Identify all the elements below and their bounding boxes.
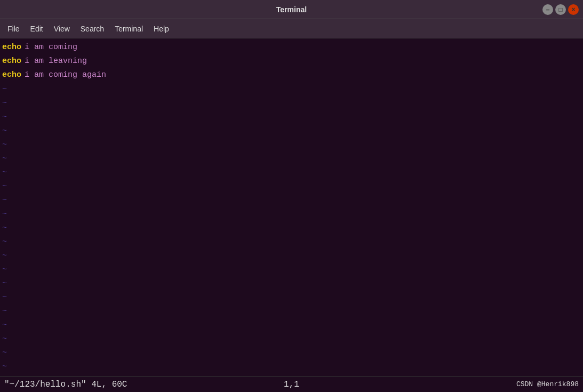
- maximize-button[interactable]: □: [555, 4, 566, 15]
- minimize-button[interactable]: –: [542, 4, 553, 15]
- tilde-18: ~: [0, 332, 583, 346]
- tilde-20: ~: [0, 359, 583, 373]
- menu-search[interactable]: Search: [75, 22, 109, 35]
- tilde-17: ~: [0, 318, 583, 332]
- tilde-14: ~: [0, 276, 583, 290]
- menu-help[interactable]: Help: [148, 22, 174, 35]
- keyword-echo-1: echo: [2, 41, 21, 54]
- close-button[interactable]: ×: [568, 4, 579, 15]
- tilde-15: ~: [0, 290, 583, 304]
- menu-bar: File Edit View Search Terminal Help: [0, 19, 583, 38]
- tilde-16: ~: [0, 304, 583, 318]
- line-text-1: i am coming: [25, 41, 77, 54]
- menu-terminal[interactable]: Terminal: [109, 22, 148, 35]
- tilde-6: ~: [0, 165, 583, 179]
- window-controls: – □ ×: [542, 4, 579, 15]
- status-cursor-position: 1,1: [284, 380, 299, 389]
- tilde-12: ~: [0, 249, 583, 262]
- tilde-3: ~: [0, 124, 583, 138]
- status-watermark: CSDN @Henrik898: [516, 380, 579, 388]
- tilde-5: ~: [0, 151, 583, 165]
- editor-line-2: echo i am leavning: [0, 54, 583, 68]
- title-bar: Terminal – □ ×: [0, 0, 583, 19]
- tilde-9: ~: [0, 207, 583, 221]
- menu-edit[interactable]: Edit: [25, 22, 49, 35]
- editor-line-3: echo i am coming again: [0, 68, 583, 82]
- keyword-echo-2: echo: [2, 54, 21, 68]
- tilde-19: ~: [0, 346, 583, 359]
- editor-line-1: echo i am coming: [0, 41, 583, 54]
- menu-file[interactable]: File: [2, 22, 25, 35]
- tilde-10: ~: [0, 221, 583, 235]
- tilde-13: ~: [0, 262, 583, 276]
- tilde-2: ~: [0, 110, 583, 124]
- line-text-3: i am coming again: [25, 68, 106, 82]
- status-file-info: "~/123/hello.sh" 4L, 60C: [4, 380, 516, 389]
- tilde-7: ~: [0, 179, 583, 193]
- menu-view[interactable]: View: [49, 22, 75, 35]
- line-text-2: i am leavning: [25, 54, 87, 68]
- terminal-window: Terminal – □ × File Edit View Search Ter…: [0, 0, 583, 392]
- tilde-1: ~: [0, 96, 583, 110]
- window-title: Terminal: [276, 5, 307, 14]
- tilde-8: ~: [0, 193, 583, 207]
- tilde-4: ~: [0, 138, 583, 151]
- tilde-11: ~: [0, 235, 583, 249]
- tilde-0: ~: [0, 82, 583, 96]
- status-bar: "~/123/hello.sh" 4L, 60C 1,1 CSDN @Henri…: [0, 376, 583, 392]
- editor-area[interactable]: echo i am coming echo i am leavning echo…: [0, 38, 583, 376]
- keyword-echo-3: echo: [2, 68, 21, 82]
